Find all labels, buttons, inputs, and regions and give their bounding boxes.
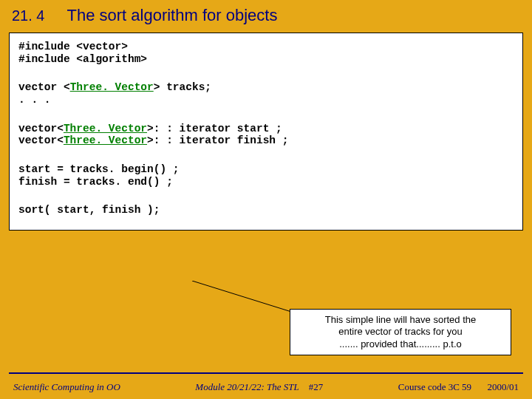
footer-course: Course code 3C 59 bbox=[398, 381, 471, 392]
footer-rule bbox=[9, 372, 523, 374]
code-line: vector<Three. Vector>: : iterator start … bbox=[18, 123, 514, 135]
code-text: >: : iterator start ; bbox=[147, 123, 282, 134]
callout-line: This simple line will have sorted the bbox=[296, 314, 505, 326]
type-threevector: Three. Vector bbox=[64, 134, 147, 146]
code-block-decl: vector <Three. Vector> tracks; . . . bbox=[18, 81, 514, 106]
code-text: >: : iterator finish ; bbox=[147, 134, 288, 146]
code-line: #include <algorithm> bbox=[18, 53, 514, 66]
footer-center: Module 20/21/22: The STL #27 bbox=[120, 381, 398, 393]
footer-page: #27 bbox=[309, 381, 324, 392]
code-line: sort( start, finish ); bbox=[18, 204, 514, 216]
code-line: vector<Three. Vector>: : iterator finish… bbox=[18, 134, 514, 147]
slide-footer: Scientific Computing in OO Module 20/21/… bbox=[0, 381, 532, 393]
footer-module: Module 20/21/22: The STL bbox=[195, 381, 299, 392]
type-threevector: Three. Vector bbox=[64, 123, 147, 134]
code-line: #include <vector> bbox=[18, 41, 514, 53]
section-number: 21. 4 bbox=[12, 7, 44, 24]
code-line: finish = tracks. end() ; bbox=[18, 176, 514, 188]
code-text: vector< bbox=[18, 134, 64, 146]
callout-box: This simple line will have sorted the en… bbox=[290, 309, 511, 355]
code-line: . . . bbox=[18, 94, 514, 106]
footer-right: Course code 3C 59 2000/01 bbox=[398, 381, 519, 393]
slide-title: The sort algorithm for objects bbox=[66, 6, 277, 25]
code-text: > tracks; bbox=[154, 81, 211, 93]
code-text: vector < bbox=[18, 81, 70, 93]
callout-line: ....... provided that......... p.t.o bbox=[296, 338, 505, 350]
code-text: vector< bbox=[18, 123, 64, 134]
type-threevector: Three. Vector bbox=[70, 81, 154, 93]
footer-year: 2000/01 bbox=[487, 381, 519, 392]
code-line: vector <Three. Vector> tracks; bbox=[18, 81, 514, 94]
code-line: start = tracks. begin() ; bbox=[18, 163, 514, 176]
code-block-assign: start = tracks. begin() ; finish = track… bbox=[18, 163, 514, 188]
code-block-includes: #include <vector> #include <algorithm> bbox=[18, 41, 514, 65]
code-block-iterators: vector<Three. Vector>: : iterator start … bbox=[18, 123, 514, 147]
slide-header: 21. 4 The sort algorithm for objects bbox=[0, 0, 532, 33]
callout-line: entire vector of tracks for you bbox=[296, 326, 505, 338]
footer-left: Scientific Computing in OO bbox=[13, 381, 120, 393]
code-block-sort: sort( start, finish ); bbox=[18, 204, 514, 216]
code-box: #include <vector> #include <algorithm> v… bbox=[9, 33, 523, 231]
